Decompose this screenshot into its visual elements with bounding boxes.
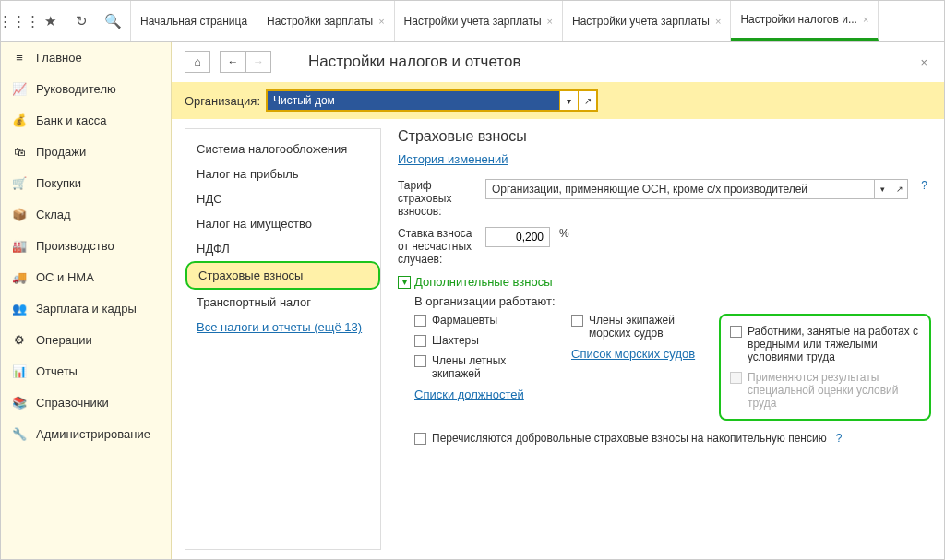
rate-unit: % <box>559 227 569 240</box>
org-label: Организация: <box>185 94 260 108</box>
sidebar-item-manager[interactable]: 📈Руководителю <box>1 73 171 104</box>
factory-icon: 🏭 <box>12 238 27 253</box>
chk-marine-crew[interactable] <box>571 315 583 327</box>
close-page-button[interactable]: × <box>916 52 931 73</box>
sidebar-item-bank[interactable]: 💰Банк и касса <box>1 104 171 136</box>
gear-icon: ⚙ <box>12 332 27 347</box>
sidebar-item-main[interactable]: ≡Главное <box>1 42 171 73</box>
nav-tax-system[interactable]: Система налогообложения <box>185 137 380 161</box>
collapse-extra-contributions[interactable]: ▾ Дополнительные взносы <box>398 275 931 289</box>
close-icon[interactable]: × <box>378 16 384 27</box>
chk-voluntary[interactable] <box>414 433 426 445</box>
sidebar-item-production[interactable]: 🏭Производство <box>1 230 171 261</box>
col-2: Члены экипажей морских судов Список морс… <box>571 314 700 421</box>
section-title: Страховые взносы <box>398 128 931 145</box>
toolbar-controls: ⋮⋮⋮ ★ ↻ 🔍 <box>1 1 131 41</box>
chk-flight-crew[interactable] <box>414 355 426 367</box>
nav-transport-tax[interactable]: Транспортный налог <box>185 290 380 315</box>
apps-icon[interactable]: ⋮⋮⋮ <box>6 9 30 33</box>
tab-salary-acct-2[interactable]: Настройки учета зарплаты× <box>563 1 731 41</box>
sidebar-item-operations[interactable]: ⚙Операции <box>1 324 171 355</box>
main-panel: Система налогообложения Налог на прибыль… <box>172 119 944 559</box>
tariff-label: Тариф страховых взносов: <box>398 179 476 218</box>
cart-icon: 🛒 <box>12 175 27 190</box>
tab-salary-acct-1[interactable]: Настройки учета зарплаты× <box>395 1 563 41</box>
rate-row: Ставка взноса от несчастных случаев: % <box>398 227 931 266</box>
tax-nav-list: Система налогообложения Налог на прибыль… <box>185 128 381 550</box>
content-area: ⌂ ← → Настройки налогов и отчетов × Орга… <box>172 42 944 559</box>
workers-label: В организации работают: <box>398 294 931 308</box>
org-value: Чистый дом <box>268 91 559 110</box>
main-sidebar: ≡Главное 📈Руководителю 💰Банк и касса 🛍Пр… <box>1 42 172 559</box>
tab-home[interactable]: Начальная страница <box>131 1 257 41</box>
checkbox-grid: Фармацевты Шахтеры Члены летных экипажей… <box>398 314 931 421</box>
chk-special-assessment <box>730 372 742 384</box>
dropdown-icon[interactable]: ▾ <box>874 180 891 198</box>
close-icon[interactable]: × <box>863 14 868 25</box>
rate-label: Ставка взноса от несчастных случаев: <box>398 227 476 266</box>
tariff-combo[interactable]: Организации, применяющие ОСН, кроме с/х … <box>485 179 908 199</box>
menu-icon: ≡ <box>12 50 27 65</box>
tab-salary-settings[interactable]: Настройки зарплаты× <box>257 1 395 41</box>
sidebar-item-assets[interactable]: 🚚ОС и НМА <box>1 261 171 292</box>
sidebar-item-sales[interactable]: 🛍Продажи <box>1 136 171 167</box>
trend-icon: 📈 <box>12 81 27 96</box>
open-icon[interactable]: ↗ <box>891 180 907 198</box>
col-3-highlighted: Работники, занятые на работах с вредными… <box>719 314 931 421</box>
help-icon[interactable]: ? <box>832 432 846 445</box>
voluntary-row: Перечисляются добровольные страховые взн… <box>398 432 931 445</box>
nav-insurance[interactable]: Страховые взносы <box>185 261 380 290</box>
content-header: ⌂ ← → Настройки налогов и отчетов × <box>172 42 944 82</box>
search-icon[interactable]: 🔍 <box>101 9 125 33</box>
tariff-row: Тариф страховых взносов: Организации, пр… <box>398 179 931 218</box>
history-link[interactable]: История изменений <box>398 152 508 166</box>
star-icon[interactable]: ★ <box>38 9 62 33</box>
help-icon[interactable]: ? <box>917 179 931 192</box>
books-icon: 📚 <box>12 395 27 410</box>
tariff-value: Организации, применяющие ОСН, кроме с/х … <box>486 180 874 198</box>
rate-input[interactable] <box>485 227 550 247</box>
money-icon: 💰 <box>12 113 27 127</box>
tab-tax-settings[interactable]: Настройки налогов и...× <box>731 1 879 41</box>
people-icon: 👥 <box>12 301 27 316</box>
open-icon[interactable]: ↗ <box>578 91 596 110</box>
close-icon[interactable]: × <box>547 16 553 27</box>
tab-strip: Начальная страница Настройки зарплаты× Н… <box>131 1 944 41</box>
page-title: Настройки налогов и отчетов <box>308 53 907 71</box>
detail-panel: Страховые взносы История изменений Тариф… <box>398 128 931 550</box>
sidebar-item-warehouse[interactable]: 📦Склад <box>1 198 171 230</box>
sidebar-item-admin[interactable]: 🔧Администрирование <box>1 418 171 449</box>
home-button[interactable]: ⌂ <box>185 51 210 73</box>
wrench-icon: 🔧 <box>12 426 27 441</box>
positions-link[interactable]: Списки должностей <box>414 387 553 401</box>
sidebar-item-refs[interactable]: 📚Справочники <box>1 387 171 418</box>
org-select[interactable]: Чистый дом ▾ ↗ <box>266 89 598 112</box>
box-icon: 📦 <box>12 207 27 221</box>
bag-icon: 🛍 <box>12 144 27 159</box>
dropdown-icon[interactable]: ▾ <box>559 91 578 110</box>
chart-icon: 📊 <box>12 363 27 378</box>
forward-button[interactable]: → <box>245 51 271 73</box>
col-1: Фармацевты Шахтеры Члены летных экипажей… <box>414 314 553 421</box>
chevron-down-icon: ▾ <box>398 276 411 289</box>
chk-pharmacists[interactable] <box>414 315 426 327</box>
sidebar-item-payroll[interactable]: 👥Зарплата и кадры <box>1 292 171 324</box>
history-icon[interactable]: ↻ <box>69 9 93 33</box>
nav-vat[interactable]: НДС <box>185 186 380 211</box>
sidebar-item-reports[interactable]: 📊Отчеты <box>1 355 171 387</box>
chk-miners[interactable] <box>414 335 426 347</box>
top-toolbar: ⋮⋮⋮ ★ ↻ 🔍 Начальная страница Настройки з… <box>1 1 944 42</box>
nav-profit-tax[interactable]: Налог на прибыль <box>185 161 380 186</box>
nav-property-tax[interactable]: Налог на имущество <box>185 211 380 236</box>
close-icon[interactable]: × <box>715 16 721 27</box>
sidebar-item-purchases[interactable]: 🛒Покупки <box>1 167 171 198</box>
chk-hazard-workers[interactable] <box>730 326 742 338</box>
nav-ndfl[interactable]: НДФЛ <box>185 236 380 261</box>
organization-row: Организация: Чистый дом ▾ ↗ <box>172 82 944 119</box>
truck-icon: 🚚 <box>12 269 27 284</box>
back-button[interactable]: ← <box>220 51 245 73</box>
nav-all-taxes-link[interactable]: Все налоги и отчеты (ещё 13) <box>185 315 380 340</box>
ships-link[interactable]: Список морских судов <box>571 347 700 361</box>
